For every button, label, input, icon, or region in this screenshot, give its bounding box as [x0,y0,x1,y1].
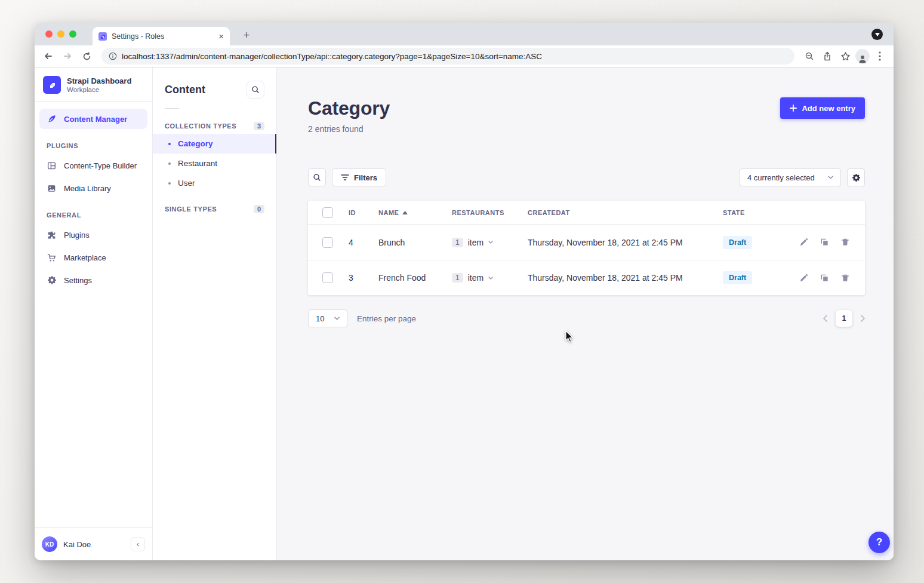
subnav-item-user[interactable]: User [153,173,276,193]
user-name: Kai Doe [63,540,125,549]
brand[interactable]: Strapi Dashboard Workplace [35,67,152,101]
bullet-icon [168,143,171,145]
edit-pencil-icon[interactable] [799,274,808,283]
cell-name: Brunch [378,238,452,247]
filters-button[interactable]: Filters [332,168,386,186]
reload-icon [82,52,91,61]
collection-types-label: COLLECTION TYPES [165,122,236,130]
column-header-createdat[interactable]: CREATEDAT [528,209,723,216]
cell-restaurants[interactable]: 1 item [452,273,528,283]
chevron-down-icon [334,317,340,320]
layout-grid-icon [47,161,57,170]
strapi-app: Strapi Dashboard Workplace Content Manag… [35,67,894,560]
search-icon [251,85,260,94]
browser-window: Settings - Roles × + localhost:1337/admi… [35,23,894,560]
share-button[interactable] [820,48,835,64]
url-bar[interactable]: localhost:1337/admin/content-manager/col… [101,48,794,65]
reload-button[interactable] [79,48,94,64]
tab-title: Settings - Roles [112,32,214,41]
chevron-right-icon [861,315,865,322]
sidebar-item-media-library[interactable]: Media Library [39,178,147,198]
next-page-button[interactable] [861,315,865,322]
toolbar-actions [802,48,888,64]
sidebar-item-content-manager[interactable]: Content Manager [39,109,147,129]
share-icon [823,51,832,61]
collapse-sidebar-button[interactable]: ‹ [131,537,145,551]
state-badge: Draft [723,271,752,284]
cell-name: French Food [378,273,452,283]
content-subnav: Content COLLECTION TYPES 3 Category Rest… [153,67,277,560]
add-new-entry-label: Add new entry [802,104,855,113]
help-button[interactable]: ? [868,532,890,553]
subnav-item-category[interactable]: Category [153,134,276,154]
view-settings-select[interactable]: 4 currently selected [740,168,841,186]
collection-types-count: 3 [254,122,264,130]
sidebar-section-general: GENERAL [35,200,152,223]
previous-page-button[interactable] [823,315,827,322]
row-checkbox[interactable] [322,272,333,283]
subnav-item-label: Category [178,139,213,148]
sidebar-item-content-type-builder[interactable]: Content-Type Builder [39,155,147,176]
bullet-icon [168,162,171,165]
table-row[interactable]: 4 Brunch 1 item Thursday, November 18, 2… [308,225,865,260]
sidebar-item-label: Plugins [64,231,90,240]
minimize-window-button[interactable] [57,30,64,38]
entries-found-text: 2 entries found [308,124,390,134]
cell-id: 4 [349,238,378,247]
pagination-bar: 10 Entries per page 1 [308,309,865,327]
configure-view-button[interactable] [847,168,865,186]
column-header-state[interactable]: STATE [723,209,799,216]
sidebar-item-label: Content-Type Builder [64,161,137,170]
browser-profile-button[interactable] [855,49,870,63]
column-header-id[interactable]: ID [349,209,378,216]
kebab-menu-icon [879,51,881,61]
brand-subtitle: Workplace [67,86,131,93]
add-new-entry-button[interactable]: Add new entry [780,97,865,119]
table-search-button[interactable] [308,168,326,186]
subnav-item-restaurant[interactable]: Restaurant [153,154,276,173]
plus-icon [790,105,797,112]
trash-icon[interactable] [841,274,849,283]
subnav-search-button[interactable] [247,81,264,99]
browser-tab[interactable]: Settings - Roles × [93,27,230,45]
bookmark-button[interactable] [837,48,853,64]
table-header-row: ID NAME RESTAURANTS CREATEDAT STATE [308,201,865,225]
chevron-left-icon [823,315,827,322]
chevron-down-icon [828,176,833,179]
back-button[interactable] [41,48,56,64]
column-header-name[interactable]: NAME [378,209,452,216]
browser-menu-button[interactable] [872,48,888,64]
new-tab-button[interactable]: + [239,27,254,43]
sidebar-item-settings[interactable]: Settings [39,270,147,290]
entries-table: ID NAME RESTAURANTS CREATEDAT STATE 4 Br… [308,201,865,295]
cell-restaurants[interactable]: 1 item [452,238,528,247]
maximize-window-button[interactable] [69,30,76,38]
browser-status-indicator[interactable] [871,29,883,40]
select-all-checkbox[interactable] [322,207,333,218]
sidebar-item-label: Settings [64,276,92,285]
duplicate-icon[interactable] [820,274,829,283]
sidebar-item-plugins[interactable]: Plugins [39,225,147,245]
edit-pencil-icon[interactable] [799,238,808,247]
table-row[interactable]: 3 French Food 1 item Thursday, November … [308,260,865,295]
arrow-left-icon [44,51,53,61]
duplicate-icon[interactable] [820,238,829,247]
tab-close-icon[interactable]: × [218,32,224,41]
subnav-item-label: User [178,179,195,188]
forward-button[interactable] [60,48,75,64]
row-checkbox[interactable] [322,237,333,248]
trash-icon[interactable] [841,238,849,247]
page-size-select[interactable]: 10 [308,309,347,327]
relation-label: item [468,273,483,283]
page-number-button[interactable]: 1 [836,310,852,327]
close-window-button[interactable] [45,30,53,38]
zoom-button[interactable] [802,48,817,64]
page-title: Category [308,97,390,119]
feather-pen-icon [47,114,57,124]
column-header-restaurants[interactable]: RESTAURANTS [452,209,528,216]
user-avatar[interactable]: KD [42,536,57,552]
chevron-down-icon [875,33,880,36]
window-controls [45,30,76,38]
brand-title: Strapi Dashboard [67,76,131,86]
sidebar-item-marketplace[interactable]: Marketplace [39,247,147,268]
